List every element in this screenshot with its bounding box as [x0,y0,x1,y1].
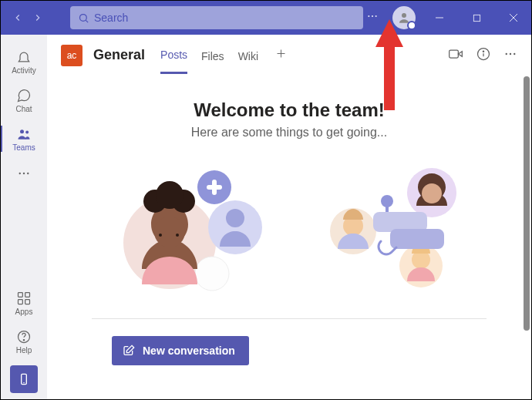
svg-rect-17 [19,299,23,304]
window-maximize-button[interactable] [463,6,490,29]
svg-point-14 [27,173,29,174]
svg-point-12 [19,173,21,174]
forward-button[interactable] [29,8,47,27]
svg-point-4 [375,15,377,17]
channel-content: Welcome to the team! Here are some thing… [47,76,531,399]
rail-label: Help [16,346,32,355]
svg-rect-38 [207,185,222,190]
welcome-title: Welcome to the team! [69,99,510,121]
rail-label: Activity [12,66,36,75]
svg-point-52 [381,195,393,207]
channel-more-button[interactable] [503,47,517,64]
rail-item-activity[interactable]: Activity [1,42,47,81]
chat-illustration [316,158,470,297]
titlebar [1,1,531,35]
video-icon [448,46,463,62]
svg-point-2 [368,15,369,17]
svg-point-39 [195,257,229,291]
more-options-button[interactable] [363,10,382,25]
welcome-block: Welcome to the team! Here are some thing… [69,99,510,139]
teams-icon [16,126,32,142]
svg-point-30 [506,52,507,54]
app-rail: Activity Chat Teams Apps [1,35,47,399]
plus-icon [275,48,287,59]
channel-header: ac General Posts Files Wiki [47,35,531,76]
team-tile[interactable]: ac [61,45,82,66]
app-window: Activity Chat Teams Apps [0,0,532,400]
svg-point-10 [20,129,24,133]
svg-point-11 [25,130,29,133]
rail-item-apps[interactable]: Apps [1,284,47,322]
svg-rect-7 [473,15,480,21]
rail-label: Chat [15,105,32,113]
channel-info-button[interactable] [476,46,491,65]
window-close-button[interactable] [500,6,527,29]
svg-point-3 [372,15,373,17]
channel-tabs: Posts Files Wiki [160,36,290,74]
rail-item-help[interactable]: Help [1,322,47,361]
bell-icon [16,49,32,65]
compose-icon [123,345,135,357]
search-icon [78,12,89,24]
new-conversation-button[interactable]: New conversation [112,336,249,365]
svg-line-1 [86,20,88,22]
rail-item-teams[interactable]: Teams [1,119,47,158]
history-nav [8,8,47,27]
search-input[interactable] [94,12,355,24]
presence-indicator [407,21,416,30]
info-icon [476,46,491,62]
chat-icon [16,88,32,103]
svg-point-35 [226,209,244,227]
more-icon [503,47,517,61]
tab-posts[interactable]: Posts [160,36,187,74]
meet-button[interactable] [448,46,463,65]
rail-mobile-button[interactable] [10,365,38,393]
search-box[interactable] [70,6,363,29]
svg-point-31 [510,52,511,54]
svg-point-43 [154,217,185,247]
svg-point-29 [483,51,483,52]
scrollbar[interactable] [522,69,530,396]
help-icon [16,329,32,345]
svg-point-45 [176,234,179,237]
svg-marker-26 [458,51,462,56]
channel-name: General [93,47,145,63]
divider [92,318,487,319]
scrollbar-thumb[interactable] [524,76,530,331]
rail-more-button[interactable] [1,158,47,189]
user-avatar[interactable] [392,6,416,29]
svg-point-44 [159,234,162,237]
svg-rect-18 [25,299,30,304]
window-minimize-button[interactable] [426,6,453,29]
welcome-illustrations [69,158,510,297]
svg-point-20 [23,339,24,340]
rail-label: Teams [12,143,35,152]
svg-point-0 [80,14,87,21]
svg-rect-16 [25,292,30,297]
svg-point-13 [23,173,25,174]
svg-point-42 [156,181,184,209]
phone-icon [18,373,30,385]
rail-item-chat[interactable]: Chat [1,81,47,119]
back-button[interactable] [8,8,27,27]
main-area: ac General Posts Files Wiki [47,35,531,399]
add-members-illustration [108,158,262,297]
welcome-subtitle: Here are some things to get going... [69,126,510,139]
svg-rect-15 [19,292,23,297]
svg-point-5 [402,13,406,18]
svg-rect-54 [390,229,444,249]
tab-wiki[interactable]: Wiki [238,38,258,73]
svg-point-47 [422,183,442,203]
svg-rect-25 [450,50,459,58]
tab-files[interactable]: Files [201,38,224,73]
add-tab-button[interactable] [272,45,290,66]
apps-icon [16,291,32,306]
rail-label: Apps [15,308,33,316]
new-conversation-label: New conversation [143,345,235,357]
svg-point-32 [513,52,515,54]
